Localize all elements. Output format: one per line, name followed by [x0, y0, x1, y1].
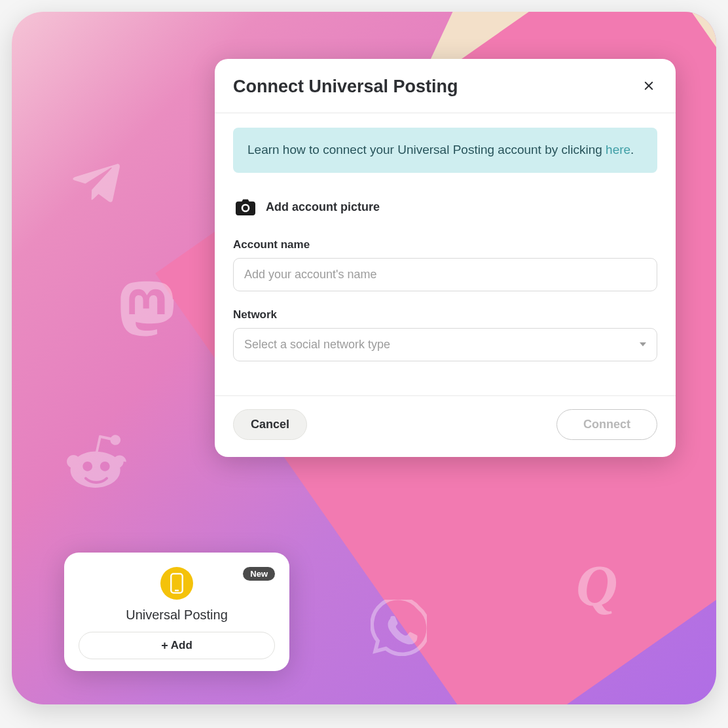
modal-footer: Cancel Connect	[215, 395, 676, 457]
account-name-label: Account name	[233, 238, 657, 251]
info-banner-text: Learn how to connect your Universal Post…	[247, 143, 606, 156]
chevron-down-icon	[640, 342, 646, 346]
info-banner-period: .	[630, 143, 634, 156]
universal-posting-card: New Universal Posting + Add	[64, 553, 289, 671]
add-picture-label: Add account picture	[266, 200, 380, 214]
plus-icon: +	[161, 640, 168, 651]
mastodon-icon	[114, 277, 179, 345]
connect-button[interactable]: Connect	[556, 409, 657, 440]
card-title: Universal Posting	[79, 608, 275, 623]
network-group: Network Select a social network type	[233, 308, 657, 361]
close-icon	[643, 77, 655, 95]
network-placeholder: Select a social network type	[244, 338, 390, 352]
close-button[interactable]	[640, 76, 657, 97]
quora-icon: Q	[576, 553, 618, 619]
info-banner-link[interactable]: here	[606, 143, 630, 156]
modal-header: Connect Universal Posting	[215, 59, 676, 113]
connect-modal: Connect Universal Posting Learn how to c…	[215, 59, 676, 457]
reddit-icon	[60, 426, 132, 500]
network-label: Network	[233, 308, 657, 321]
new-badge: New	[243, 567, 275, 581]
info-banner: Learn how to connect your Universal Post…	[233, 128, 657, 173]
cancel-button[interactable]: Cancel	[233, 409, 307, 440]
add-button-label: Add	[171, 639, 192, 652]
account-name-input[interactable]	[233, 258, 657, 291]
modal-title: Connect Universal Posting	[233, 77, 458, 97]
telegram-icon	[68, 149, 131, 215]
account-name-group: Account name	[233, 238, 657, 291]
add-button[interactable]: + Add	[79, 632, 275, 659]
modal-body: Learn how to connect your Universal Post…	[215, 113, 676, 395]
whatsapp-icon	[371, 600, 427, 659]
camera-icon	[236, 199, 255, 216]
network-select[interactable]: Select a social network type	[233, 328, 657, 361]
phone-icon	[160, 567, 193, 600]
add-picture-row[interactable]: Add account picture	[233, 199, 657, 216]
background-stage: Q Connect Universal Posting Learn how to…	[12, 12, 716, 704]
